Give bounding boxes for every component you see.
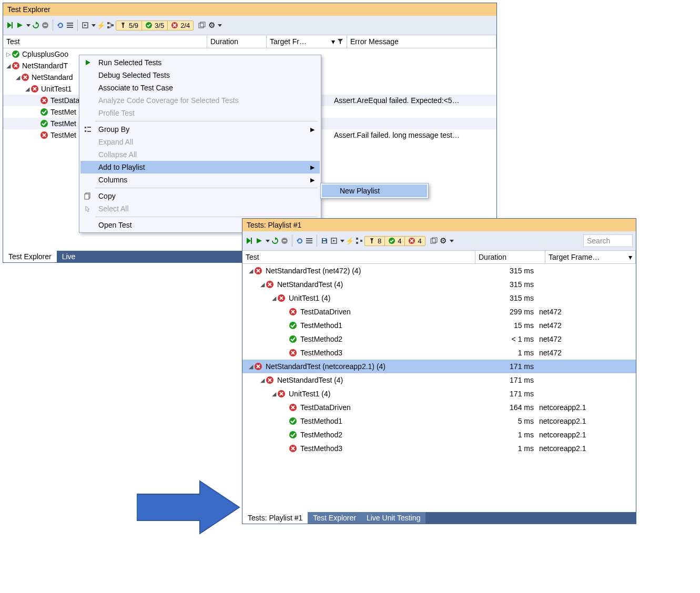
fail-icon xyxy=(266,280,274,289)
dropdown-icon[interactable] xyxy=(92,24,96,27)
dropdown-icon[interactable] xyxy=(340,240,344,242)
count-total[interactable]: 5/9 xyxy=(116,21,142,30)
menu-add-to-playlist[interactable]: Add to Playlist▶ xyxy=(80,161,320,173)
dropdown-icon[interactable] xyxy=(450,240,454,242)
svg-marker-35 xyxy=(247,238,251,244)
svg-marker-3 xyxy=(17,23,23,28)
repeat-icon[interactable] xyxy=(271,237,279,245)
hierarchy-icon[interactable] xyxy=(106,21,115,29)
hierarchy-icon[interactable] xyxy=(355,237,363,245)
test-row[interactable]: TestMethod15 msnetcoreapp2.1 xyxy=(242,414,636,428)
menu-copy[interactable]: Copy xyxy=(80,190,320,202)
context-submenu: New Playlist xyxy=(320,183,429,199)
col-target[interactable]: Target Fr…▾ xyxy=(267,35,347,48)
test-row[interactable]: ◢NetStandardTest (net472) (4)315 ms xyxy=(242,264,636,278)
fail-icon xyxy=(277,294,286,302)
test-row[interactable]: TestDataDriven164 msnetcoreapp2.1 xyxy=(242,401,636,414)
menu-run-selected-tests[interactable]: Run Selected Tests xyxy=(80,56,320,69)
gear-icon[interactable]: ⚙ xyxy=(207,21,216,29)
col-target[interactable]: Target Frame…▾ xyxy=(545,251,636,263)
run-icon[interactable] xyxy=(16,21,24,29)
refresh-icon[interactable] xyxy=(56,21,65,29)
svg-rect-36 xyxy=(251,238,252,244)
svg-rect-31 xyxy=(87,127,91,128)
test-row[interactable]: ◢UnitTest1 (4)171 ms xyxy=(242,387,636,401)
run-icon[interactable] xyxy=(255,237,263,245)
count-pass[interactable]: 3/5 xyxy=(142,21,168,30)
pass-icon xyxy=(12,50,20,58)
test-row[interactable]: TestMethod115 msnet472 xyxy=(242,319,636,332)
svg-rect-49 xyxy=(356,238,358,240)
svg-point-26 xyxy=(40,120,48,127)
bolt-icon[interactable]: ⚡ xyxy=(346,237,354,245)
context-menu: Run Selected TestsDebug Selected TestsAs… xyxy=(79,55,321,233)
arrow-graphic xyxy=(137,476,242,539)
refresh-icon[interactable] xyxy=(296,237,304,245)
run-all-icon[interactable] xyxy=(6,21,15,29)
stop-icon[interactable] xyxy=(41,21,49,29)
menu-associate-to-test-case[interactable]: Associate to Test Case xyxy=(80,81,320,94)
gear-icon[interactable]: ⚙ xyxy=(439,237,448,245)
col-test[interactable]: Test xyxy=(242,251,475,263)
panel2-toolbar: ⚡ 8 4 4 ⚙ Search xyxy=(242,231,636,251)
panel2-columns: Test Duration Target Frame…▾ xyxy=(242,251,636,264)
panel1-columns: Test Duration Target Fr…▾ Error Message xyxy=(3,35,496,48)
count-fail[interactable]: 2/4 xyxy=(168,21,193,30)
window-icon[interactable] xyxy=(430,237,438,245)
tab-live-unit-testing[interactable]: Live Unit Testing xyxy=(361,512,425,524)
run-all-icon[interactable] xyxy=(246,237,254,245)
test-row[interactable]: TestMethod21 msnetcoreapp2.1 xyxy=(242,428,636,442)
dropdown-icon[interactable] xyxy=(26,24,31,27)
tab-playlist[interactable]: Tests: Playlist #1 xyxy=(242,512,308,524)
filter-icon[interactable] xyxy=(337,38,343,45)
search-input[interactable]: Search xyxy=(583,234,633,247)
svg-rect-45 xyxy=(323,239,326,240)
test-row[interactable]: ◢NetStandardTest (4)171 ms xyxy=(242,373,636,387)
menu-debug-selected-tests[interactable]: Debug Selected Tests xyxy=(80,69,320,81)
svg-marker-4 xyxy=(36,22,38,25)
count-total[interactable]: 8 xyxy=(365,237,385,246)
playlist-icon[interactable] xyxy=(81,21,89,29)
svg-rect-44 xyxy=(306,242,312,243)
list-icon[interactable] xyxy=(66,21,74,29)
fail-icon xyxy=(254,362,262,371)
playlist-icon[interactable] xyxy=(330,237,338,245)
svg-rect-10 xyxy=(67,27,73,28)
test-row[interactable]: TestDataDriven299 msnet472 xyxy=(242,305,636,319)
col-error[interactable]: Error Message xyxy=(347,35,496,48)
test-row[interactable]: ◢UnitTest1 (4)315 ms xyxy=(242,291,636,305)
test-row[interactable]: TestMethod31 msnet472 xyxy=(242,346,636,360)
stop-icon[interactable] xyxy=(280,237,289,245)
menu-group-by[interactable]: Group By▶ xyxy=(80,123,320,136)
col-test[interactable]: Test xyxy=(3,35,207,48)
test-counts: 5/9 3/5 2/4 xyxy=(116,21,194,30)
dropdown-icon[interactable] xyxy=(218,24,222,27)
list-icon[interactable] xyxy=(305,237,313,245)
col-duration[interactable]: Duration xyxy=(207,35,267,48)
count-pass[interactable]: 4 xyxy=(385,237,405,246)
test-row[interactable]: ◢NetStandardTest (netcoreapp2.1) (4)171 … xyxy=(242,360,636,373)
test-row[interactable]: TestMethod31 msnetcoreapp2.1 xyxy=(242,442,636,455)
tab-test-explorer[interactable]: Test Explorer xyxy=(308,512,361,524)
col-duration[interactable]: Duration xyxy=(475,251,545,263)
svg-point-25 xyxy=(40,108,48,116)
svg-rect-40 xyxy=(283,240,286,241)
menu-columns[interactable]: Columns▶ xyxy=(80,173,320,186)
repeat-icon[interactable] xyxy=(32,21,40,29)
svg-rect-55 xyxy=(432,238,437,242)
svg-marker-37 xyxy=(257,238,262,243)
window-icon[interactable] xyxy=(198,21,206,29)
tab-test-explorer[interactable]: Test Explorer xyxy=(3,251,57,262)
tab-live[interactable]: Live xyxy=(57,251,81,262)
svg-rect-14 xyxy=(107,26,109,28)
count-fail[interactable]: 4 xyxy=(405,237,424,246)
test-row[interactable]: ◢NetStandardTest (4)315 ms xyxy=(242,278,636,291)
save-icon[interactable] xyxy=(320,237,329,245)
dropdown-icon[interactable] xyxy=(266,240,270,242)
svg-rect-13 xyxy=(107,22,109,24)
menu-analyze-code-coverage-for-selected-tests: Analyze Code Coverage for Selected Tests xyxy=(80,94,320,107)
bolt-icon[interactable]: ⚡ xyxy=(97,21,105,29)
svg-marker-7 xyxy=(57,25,59,27)
menu-new-playlist[interactable]: New Playlist xyxy=(322,185,427,197)
test-row[interactable]: TestMethod2< 1 msnet472 xyxy=(242,332,636,346)
